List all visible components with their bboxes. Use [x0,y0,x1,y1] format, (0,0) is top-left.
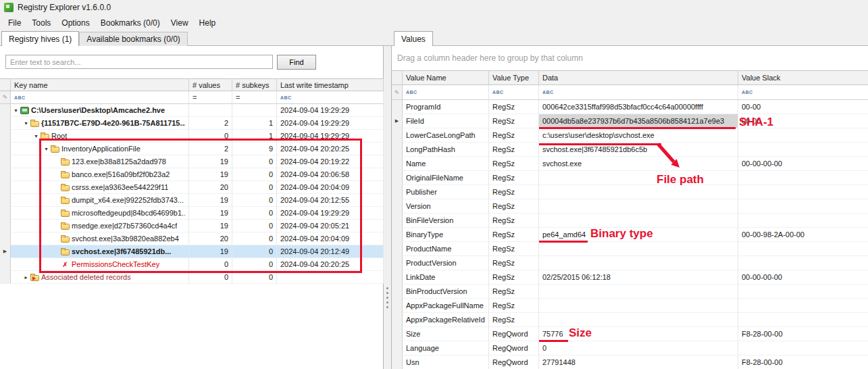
header-row: Value NameValue TypeDataValue Slack [392,70,868,85]
value-row[interactable]: LongPathHashRegSzsvchost.exe|3f67485921d… [392,143,868,157]
tree-row[interactable]: ▾{11517B7C-E79D-4e20-961B-75A811715...21… [0,117,384,130]
data-cell: 75776 [539,327,738,341]
value-row[interactable]: BinFileVersionRegSz [392,214,868,228]
tree-row[interactable]: ▶svchost.exe|3f67485921db...1902024-09-0… [0,245,384,258]
data-cell [539,242,738,256]
tab-registry-hives[interactable]: Registry hives (1) [1,31,79,46]
value-row[interactable]: BinaryTypeRegSzpe64_amd6400-00-98-2A-00-… [392,228,868,242]
tab-values[interactable]: Values [394,31,433,46]
value-slack-cell [738,171,868,185]
value-name-cell: Name [403,157,489,171]
data-cell: 00004db5a8e237937b6d7b435a8506b8584121a7… [539,114,738,128]
subkeys-count-cell: 0 [232,220,277,232]
expander-icon[interactable]: ▾ [43,146,50,152]
value-row[interactable]: OriginalFileNameRegSz [392,171,868,185]
column-header-subkeys[interactable]: # subkeys [232,78,277,91]
values-count-cell: 0 [189,130,232,143]
values-count-cell: 20 [189,232,232,245]
title-bar: Registry Explorer v1.6.0.0 [0,0,868,15]
value-row[interactable]: SizeRegQword75776F8-28-00-00 [392,327,868,341]
key-name-label: microsoftedgeupd|84bcd64699b1... [72,209,185,217]
tree-row[interactable]: microsoftedgeupd|84bcd64699b1...1902024-… [0,207,384,220]
column-header-value-name[interactable]: Value Name [403,70,489,85]
value-row[interactable]: ▶FileIdRegSz00004db5a8e237937b6d7b435a85… [392,114,868,128]
values-count-cell: 2 [189,143,232,155]
key-name-cell: banco.exe|516a09bf2f0b23a2 [11,168,189,181]
menu-item-help[interactable]: Help [194,16,222,30]
find-button[interactable]: Find [277,55,316,70]
value-name-cell: AppxPackageFullName [403,299,489,313]
value-row[interactable]: BinProductVersionRegSz [392,285,868,299]
tree-row[interactable]: csrss.exe|a9363ee544229f112002024-09-04 … [0,181,384,194]
column-header-data[interactable]: Data [539,70,738,85]
data-cell: svchost.exe [539,157,738,171]
menu-item-view[interactable]: View [165,16,194,30]
value-row[interactable]: AppxPackageFullNameRegSz [392,299,868,313]
value-slack-cell: 00-00-00-00 [738,157,868,171]
value-row[interactable]: PublisherRegSz [392,185,868,199]
value-row[interactable]: VersionRegSz [392,199,868,214]
expander-icon[interactable]: ▾ [32,133,40,139]
value-row[interactable]: LanguageRegQword0 [392,341,868,355]
tree-row[interactable]: ▾Root012024-09-04 19:29:29 [0,130,384,143]
column-header-value-slack[interactable]: Value Slack [738,70,868,85]
menu-item-options[interactable]: Options [56,16,95,30]
column-header-key-name[interactable]: Key name [11,78,189,91]
timestamp-cell: 2024-09-04 19:29:29 [277,207,384,220]
tree-row[interactable]: ▸Associated deleted records00 [0,271,384,284]
value-row[interactable]: UsnRegQword27791448F8-28-00-00 [392,355,868,369]
filter-cell-value-slack[interactable]: ABC [738,85,868,100]
data-cell [539,285,738,299]
key-name-cell: ▾Root [11,130,189,143]
column-header-value-type[interactable]: Value Type [489,70,539,85]
folder-icon [61,224,70,230]
value-slack-cell [738,214,868,228]
text-filter-icon: ABC [406,90,417,95]
subkeys-count-cell: 0 [232,168,277,181]
data-cell [539,199,738,214]
tree-row[interactable]: ✗PermissionsCheckTestKey002024-09-04 20:… [0,258,384,271]
search-input[interactable] [5,55,273,69]
filter-cell-key-name[interactable]: ABC [11,91,189,104]
key-name-label: PermissionsCheckTestKey [72,260,159,268]
folder-icon [30,121,39,127]
tab-available-bookmarks[interactable]: Available bookmarks (0/0) [79,32,188,46]
value-row[interactable]: LowerCaseLongPathRegSzc:\users\user\desk… [392,128,868,143]
filter-cell-values[interactable]: = [189,91,232,104]
values-count-cell: 19 [189,220,232,232]
column-header-values[interactable]: # values [189,78,232,91]
menu-item-file[interactable]: File [3,16,26,30]
tree-row[interactable]: svchost.exe|3a3b9820ea882eb42002024-09-0… [0,232,384,245]
tree-row[interactable]: ▾C:\Users\user\Desktop\Amcache2.hve2024-… [0,104,384,117]
column-header-last-write-timestamp[interactable]: Last write timestamp [277,78,384,91]
values-count-cell: 19 [189,155,232,168]
value-row[interactable]: ProductNameRegSz [392,242,868,256]
value-row[interactable]: ProductVersionRegSz [392,256,868,270]
value-row[interactable]: ProgramIdRegSz000642ce3315ffaf998d53bfac… [392,100,868,114]
filter-cell-data[interactable]: ABC [539,85,738,100]
subkeys-count-cell: 1 [232,117,277,130]
value-row[interactable]: NameRegSzsvchost.exe00-00-00-00 [392,157,868,171]
filter-cell-last-write-timestamp[interactable]: ABC [277,91,384,104]
filter-cell-value-name[interactable]: ABC [403,85,489,100]
tree-row[interactable]: msedge.exe|d27b57360cd4a4cf1902024-09-04… [0,220,384,232]
key-name-label: Root [51,132,67,140]
expander-icon[interactable]: ▾ [12,107,20,114]
subkeys-count-cell: 0 [232,232,277,245]
tree-row[interactable]: 123.exe|b38a8125a2dad9781902024-09-04 20… [0,155,384,168]
filter-cell-subkeys[interactable]: = [232,91,277,104]
timestamp-cell: 2024-09-04 20:12:49 [277,245,384,258]
key-name-label: csrss.exe|a9363ee544229f11 [72,183,168,191]
value-row[interactable]: LinkDateRegSz02/25/2015 06:12:1800-00-00… [392,270,868,285]
menu-item-bookmarks-0-0[interactable]: Bookmarks (0/0) [95,16,165,30]
tree-row[interactable]: dumpit_x64.exe|992252fdb3743...1902024-0… [0,194,384,207]
expander-icon[interactable]: ▸ [22,274,30,280]
value-row[interactable]: AppxPackageRelativeIdRegSz [392,313,868,327]
filter-cell-value-type[interactable]: ABC [489,85,539,100]
tree-row[interactable]: banco.exe|516a09bf2f0b23a21902024-09-04 … [0,168,384,181]
splitter[interactable] [384,46,391,369]
header-row: Key name# values# subkeysLast write time… [0,78,384,91]
tree-row[interactable]: ▾InventoryApplicationFile292024-09-04 20… [0,143,384,155]
menu-item-tools[interactable]: Tools [26,16,56,30]
expander-icon[interactable]: ▾ [22,120,30,126]
